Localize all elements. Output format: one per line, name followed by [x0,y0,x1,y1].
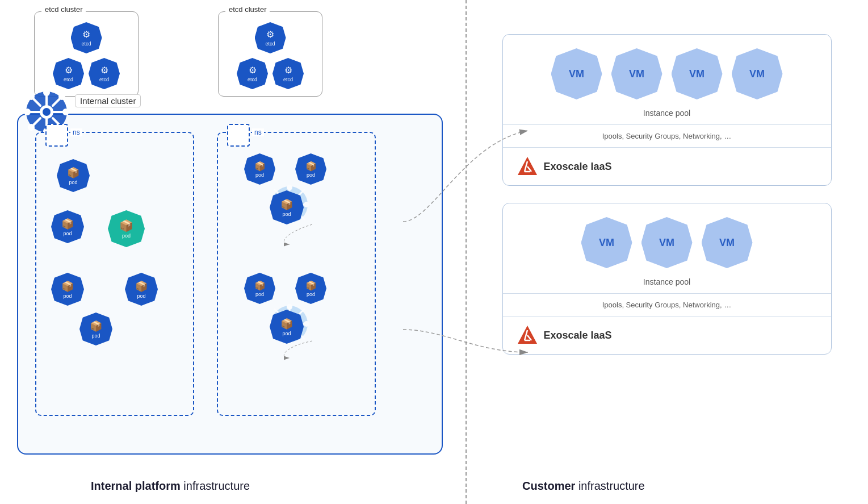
cube-icon-teal: 📦 [119,219,133,232]
etcd-node: ⚙ etcd [71,22,102,53]
vm-hex: VM [672,48,723,99]
ns-label-1: ns [70,128,82,136]
cube-icon: 📦 [280,318,293,330]
left-bottom-label: Internal platform infrastructure [91,480,250,493]
exoscale-text-2: Exoscale IaaS [544,330,612,341]
internal-cluster-box: Internal cluster ns 📦 pod [17,114,443,455]
cube-icon: 📦 [254,280,266,291]
vm-label: VM [689,68,705,80]
main-container: etcd cluster ⚙ etcd [0,0,868,504]
vm-label: VM [599,237,614,249]
etcd-cluster-2-title: etcd cluster [225,5,270,14]
etcd-nodes-2: ⚙ etcd ⚙ etcd [228,22,313,89]
vm-hex: VM [611,48,662,99]
pod-item: 📦 pod [270,310,304,344]
etcd-cluster-2: etcd cluster ⚙ etcd ⚙ [218,11,322,97]
cube-icon: 📦 [305,280,317,291]
cube-icon: 📦 [254,161,266,172]
pod-item: 📦 pod [79,313,112,345]
pod-grid-2: 📦 pod 📦 pod [227,142,366,406]
instance-pool-card-2: VM VM VM Instance pool Ipools, Security … [502,203,832,355]
vm-hex: VM [732,48,783,99]
vm-label: VM [659,237,674,249]
svg-point-30 [287,185,292,190]
instance-pool-card-1: VM VM VM VM [502,34,832,186]
pod-item: 📦 pod [270,190,304,224]
right-bottom-label: Customer infrastructure [522,480,645,493]
pod-item: 📦 pod [295,153,326,185]
svg-point-17 [58,93,65,100]
vm-hex: VM [581,217,632,268]
ns-label-2: ns [252,128,264,136]
pod-grid-1: 📦 pod 📦 pod [45,142,184,406]
svg-point-13 [24,109,31,115]
left-bottom-bold: Internal platform [91,480,181,492]
service-cluster-upper: 📦 pod 📦 pod [238,153,375,267]
svg-point-18 [28,124,35,131]
pod-item: 📦 pod [244,273,275,304]
etcd-node: ⚙ etcd [53,58,84,89]
svg-point-11 [43,89,50,96]
instance-pool-label-2: Instance pool [503,277,831,293]
exoscale-row-1: Exoscale IaaS [503,147,831,185]
vm-hex: VM [641,217,693,268]
namespace-container: ns 📦 pod 📦 po [35,132,376,416]
cube-icon: 📦 [280,198,293,211]
svg-point-2 [43,108,51,116]
etcd-node: ⚙ etcd [272,58,304,89]
etcd-cluster-1: etcd cluster ⚙ etcd [34,11,139,97]
exoscale-text-1: Exoscale IaaS [544,161,612,173]
pod-item: 📦 pod [295,273,326,304]
etcd-node: ⚙ etcd [255,22,286,53]
etcd-face-icon: ⚙ [100,65,108,76]
etcd-face-icon: ⚙ [266,29,274,40]
etcd-face-icon: ⚙ [284,65,292,76]
instance-pool-label-1: Instance pool [503,109,831,124]
cube-icon: 📦 [305,161,317,172]
pod-item: 📦 pod [244,153,275,185]
cube-icon: 📦 [61,218,74,230]
svg-point-33 [304,202,309,207]
etcd-cluster-1-title: etcd cluster [41,5,86,14]
cube-icon: 📦 [90,320,102,332]
vm-label: VM [629,68,644,80]
pod-item: 📦 pod [57,159,90,192]
exoscale-row-2: Exoscale IaaS [503,316,831,354]
svg-point-15 [28,93,35,100]
vm-label: VM [719,237,735,249]
ipools-row-1: Ipools, Security Groups, Networking, … [503,124,831,147]
vm-hex: VM [551,48,602,99]
internal-cluster-label: Internal cluster [75,94,141,107]
etcd-face-icon: ⚙ [82,29,90,40]
etcd-nodes-1: ⚙ etcd ⚙ etcd [44,22,129,89]
cube-icon: 📦 [135,280,148,293]
vm-label: VM [749,68,765,80]
etcd-face-icon: ⚙ [65,65,73,76]
svg-point-14 [62,109,69,115]
exoscale-logo-1 [517,156,538,177]
svg-point-48 [304,321,309,327]
etcd-section: etcd cluster ⚙ etcd [34,11,322,97]
namespace-box-2: ns 📦 pod [217,132,376,416]
ipools-row-2: Ipools, Security Groups, Networking, … [503,293,831,316]
vm-hex: VM [702,217,753,268]
svg-point-45 [287,304,292,310]
service-cluster-lower: 📦 pod 📦 pod [238,273,375,386]
pod-item: 📦 pod [51,210,84,243]
right-side: VM VM VM VM [466,0,868,504]
cube-icon: 📦 [67,166,79,179]
vm-row-2: VM VM VM [503,203,831,277]
exoscale-logo-2 [517,324,538,346]
right-bottom-bold: Customer [522,480,575,492]
cube-icon: 📦 [61,280,74,293]
etcd-node: ⚙ etcd [89,58,120,89]
vm-label: VM [569,68,584,80]
left-bottom-normal: infrastructure [181,480,250,492]
etcd-face-icon: ⚙ [249,65,257,76]
left-side: etcd cluster ⚙ etcd [0,0,466,504]
pod-item: 📦 pod [125,273,158,306]
right-bottom-normal: infrastructure [575,480,644,492]
etcd-node: ⚙ etcd [237,58,268,89]
pod-item-teal: 📦 pod [108,210,145,247]
vm-row-1: VM VM VM VM [503,35,831,109]
